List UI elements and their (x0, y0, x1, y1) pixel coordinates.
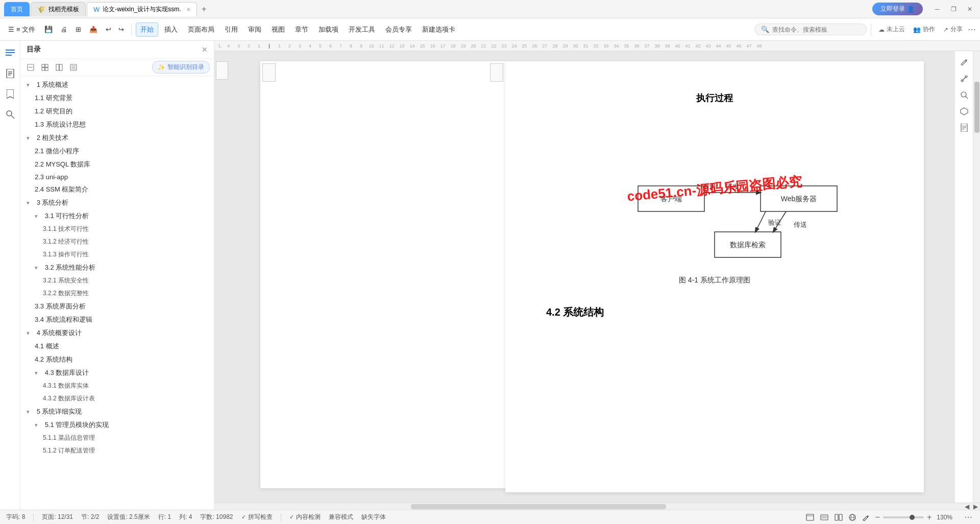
zoom-slider[interactable] (883, 516, 924, 518)
h-scroll-thumb[interactable] (411, 504, 666, 509)
toc-item-1-3[interactable]: 1.3 系统设计思想 (20, 118, 214, 131)
layout-tab[interactable]: 页面布局 (184, 23, 218, 36)
next-page-button[interactable]: ▶ (973, 503, 978, 510)
tab-close-icon[interactable]: ✕ (186, 7, 190, 12)
toc-toggle-4-3[interactable]: ▾ (35, 370, 42, 376)
toc-item-3-1-3[interactable]: 3.1.3 操作可行性 (20, 248, 214, 261)
right-icon-link[interactable] (957, 72, 971, 86)
toc-tool-btn-1[interactable] (24, 61, 37, 74)
extra-button-1[interactable]: ⋯ (963, 512, 974, 523)
start-tab[interactable]: 开始 (136, 22, 158, 37)
toc-item-5[interactable]: ▾ 5 系统详细实现 (20, 405, 214, 418)
right-icon-edit[interactable] (957, 55, 971, 69)
minimize-button[interactable]: ─ (931, 3, 943, 15)
statusbar-pen[interactable] (862, 514, 869, 521)
tab-add-button[interactable]: + (198, 3, 210, 15)
toc-item-3-1-1[interactable]: 3.1.1 技术可行性 (20, 223, 214, 235)
toc-item-4-3-2[interactable]: 4.3.2 数据库设计表 (20, 392, 214, 405)
toc-toggle-3-1[interactable]: ▾ (35, 213, 42, 220)
toc-toggle-5[interactable]: ▾ (27, 409, 34, 415)
toc-item-3-2-1[interactable]: 3.2.1 系统安全性 (20, 274, 214, 287)
more-button[interactable]: ⋯ (968, 25, 976, 34)
devtool-tab[interactable]: 开发工具 (345, 23, 379, 36)
chapter-tab[interactable]: 章节 (291, 23, 312, 36)
redo-button[interactable]: ↪ (115, 23, 127, 35)
insert-tab[interactable]: 插入 (160, 23, 182, 36)
view-tab[interactable]: 视图 (267, 23, 289, 36)
v-scrollbar[interactable] (973, 51, 980, 503)
toc-close-button[interactable]: ✕ (202, 45, 208, 54)
toc-item-2[interactable]: ▾ 2 相关技术 (20, 131, 214, 145)
toc-item-1-2[interactable]: 1.2 研究目的 (20, 105, 214, 118)
statusbar-font[interactable]: 缺失字体 (361, 513, 386, 521)
statusbar-globe[interactable] (849, 514, 856, 521)
toc-tool-btn-2[interactable] (39, 61, 51, 74)
toc-item-3-3[interactable]: 3.3 系统界面分析 (20, 300, 214, 313)
toc-item-2-3[interactable]: 2.3 uni-app (20, 171, 214, 183)
toc-item-4-1[interactable]: 4.1 概述 (20, 340, 214, 353)
toc-item-4-3-1[interactable]: 4.3.1 数据库实体 (20, 379, 214, 392)
zoom-in-button[interactable]: + (927, 513, 932, 522)
cloud-button[interactable]: ☁ 未上云 (875, 24, 908, 35)
export-button[interactable]: 📤 (86, 23, 101, 35)
sidebar-icon-toc[interactable] (2, 45, 18, 61)
toc-item-1-1[interactable]: 1.1 研究背景 (20, 91, 214, 105)
toc-item-4-2[interactable]: 4.2 系统结构 (20, 353, 214, 366)
register-button[interactable]: 立即登录 👤 (872, 3, 923, 15)
v-scroll-thumb[interactable] (974, 82, 979, 133)
toc-item-5-1-1[interactable]: 5.1.1 菜品信息管理 (20, 432, 214, 444)
h-scrollbar[interactable]: ◀ ▶ (214, 503, 980, 510)
right-icon-zoom[interactable] (957, 88, 971, 102)
prev-page-button[interactable]: ◀ (965, 503, 969, 510)
toc-item-5-1[interactable]: ▾ 5.1 管理员模块的实现 (20, 418, 214, 432)
sidebar-icon-search[interactable] (2, 106, 18, 123)
newtab-tab[interactable]: 新建选项卡 (418, 23, 459, 36)
file-menu-button[interactable]: ☰ ≡ 文件 (4, 23, 39, 36)
toc-toggle-5-1[interactable]: ▾ (35, 422, 42, 428)
toc-item-2-1[interactable]: 2.1 微信小程序 (20, 145, 214, 158)
toc-item-2-4[interactable]: 2.4 SSM 框架简介 (20, 183, 214, 196)
toc-item-3-1[interactable]: ▾ 3.1 可行性分析 (20, 209, 214, 223)
toc-toggle-3-2[interactable]: ▾ (35, 265, 42, 271)
ref-tab[interactable]: 引用 (220, 23, 242, 36)
search-input[interactable] (772, 26, 860, 33)
toc-item-3-1-2[interactable]: 3.1.2 经济可行性 (20, 235, 214, 248)
toc-item-3-4[interactable]: 3.4 系统流程和逻辑 (20, 313, 214, 326)
share-button[interactable]: ↗ 分享 (940, 24, 966, 35)
ai-recognize-button[interactable]: ✨ 智能识别目录 (152, 61, 210, 74)
statusbar-view-split[interactable] (835, 514, 843, 521)
tab-template[interactable]: 🌾 找稻壳模板 (31, 2, 86, 16)
toc-tool-btn-3[interactable] (53, 61, 65, 74)
right-icon-shape[interactable] (957, 104, 971, 118)
toc-item-3[interactable]: ▾ 3 系统分析 (20, 196, 214, 209)
toc-item-2-2[interactable]: 2.2 MYSQL 数据库 (20, 158, 214, 171)
doc-scroll[interactable]: 执行过程 code51.cn-源码乐园盗图必究 (230, 51, 954, 503)
toc-item-1[interactable]: ▾ 1 系统概述 (20, 78, 214, 91)
print-button[interactable]: 🖨 (58, 23, 70, 35)
collab-button[interactable]: 👥 协作 (910, 24, 938, 35)
toc-toggle-1[interactable]: ▾ (27, 82, 34, 88)
toc-toggle-2[interactable]: ▾ (27, 135, 34, 141)
close-button[interactable]: ✕ (964, 3, 976, 15)
statusbar-content[interactable]: ✓ 内容检测 (289, 513, 321, 521)
tab-doc[interactable]: W 论文-weixin_设计与实现ssm. ✕ (87, 2, 197, 16)
toc-item-4-3[interactable]: ▾ 4.3 数据库设计 (20, 366, 214, 379)
toc-item-3-2-2[interactable]: 3.2.2 数据完整性 (20, 287, 214, 300)
statusbar-view-normal[interactable] (806, 514, 814, 521)
statusbar-compat[interactable]: 兼容模式 (329, 513, 353, 521)
restore-button[interactable]: ❐ (947, 3, 960, 15)
search-bar[interactable]: 🔍 (754, 23, 867, 35)
format-button[interactable]: ⊞ (72, 23, 84, 35)
toc-item-5-1-2[interactable]: 5.1.2 订单配送管理 (20, 444, 214, 457)
member-tab[interactable]: 会员专享 (381, 23, 416, 36)
right-icon-doc[interactable] (957, 121, 971, 135)
review-tab[interactable]: 审阅 (244, 23, 265, 36)
undo-button[interactable]: ↩ (103, 23, 114, 35)
statusbar-spell[interactable]: ✓ 拼写检查 (241, 513, 273, 521)
toc-toggle-4[interactable]: ▾ (27, 330, 34, 337)
toc-item-3-2[interactable]: ▾ 3.2 系统性能分析 (20, 261, 214, 274)
save-button[interactable]: 💾 (41, 23, 56, 35)
toc-toggle-3[interactable]: ▾ (27, 200, 34, 206)
sidebar-icon-bookmark[interactable] (2, 86, 18, 102)
toc-tool-btn-4[interactable] (67, 61, 80, 74)
